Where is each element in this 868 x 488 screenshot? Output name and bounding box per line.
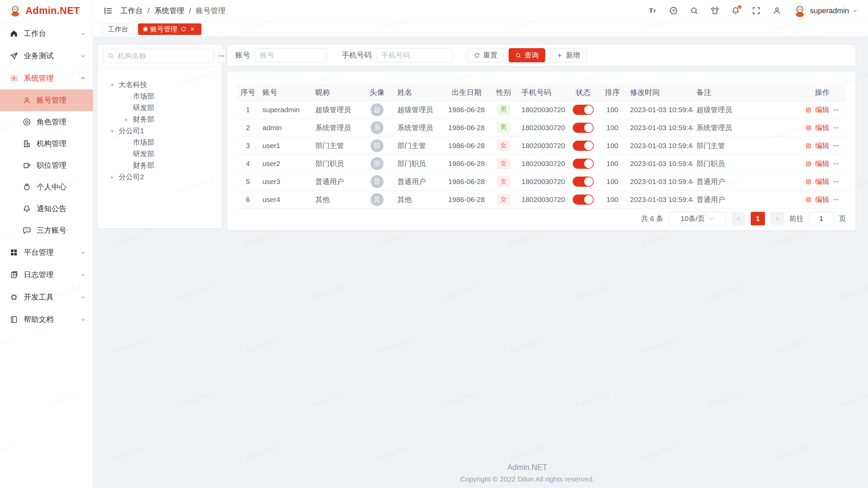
cell-status xyxy=(568,137,598,155)
more-actions-icon[interactable] xyxy=(832,142,839,149)
cell-name: 部门主管 xyxy=(394,137,444,155)
chevron-down-icon xyxy=(80,272,86,278)
sidebar-item-dev-tools[interactable]: 开发工具 xyxy=(0,286,93,308)
tab-label: 账号管理 xyxy=(150,25,177,34)
edit-button[interactable]: 编辑 xyxy=(815,195,829,204)
sidebar-item-personal-center[interactable]: 个人中心 xyxy=(0,176,93,198)
next-page-button[interactable]: › xyxy=(770,212,784,225)
cell-time: 2023-01-03 10:59:44 xyxy=(627,172,693,190)
refresh-icon[interactable] xyxy=(180,26,186,32)
org-search-input[interactable] xyxy=(118,52,210,60)
close-icon[interactable] xyxy=(190,26,196,32)
collapse-sidebar-icon[interactable] xyxy=(103,6,113,16)
edit-icon[interactable] xyxy=(805,124,812,131)
table-row[interactable]: 6 user4 其他 其 其他 1986-06-28 女 18020030720… xyxy=(237,190,846,208)
add-button[interactable]: 新增 xyxy=(550,48,587,62)
font-size-icon[interactable]: TT xyxy=(648,6,657,15)
edit-icon[interactable] xyxy=(805,196,812,203)
search-button[interactable]: 查询 xyxy=(509,48,545,62)
sidebar-item-position-management[interactable]: 职位管理 xyxy=(0,155,93,176)
tree-node[interactable]: 研发部 xyxy=(103,148,216,160)
sidebar-item-help-docs[interactable]: 帮助文档 xyxy=(0,308,93,331)
tab-account-management[interactable]: 账号管理 xyxy=(138,23,201,35)
user-name: superadmin xyxy=(810,6,849,15)
status-toggle[interactable] xyxy=(573,123,594,133)
fullscreen-icon[interactable] xyxy=(752,6,761,15)
logo-avatar-icon xyxy=(9,4,22,17)
more-actions-icon[interactable] xyxy=(832,196,839,203)
status-toggle[interactable] xyxy=(573,141,594,151)
edit-icon[interactable] xyxy=(805,106,812,113)
chevron-up-icon xyxy=(80,75,86,81)
cell-sort: 100 xyxy=(598,190,627,208)
language-icon[interactable]: 中 xyxy=(669,6,678,15)
cell-seq: 2 xyxy=(237,119,259,137)
tree-node[interactable]: ▸ 财务部 xyxy=(103,114,216,125)
profile-icon[interactable] xyxy=(772,6,782,15)
sidebar-item-platform-management[interactable]: 平台管理 xyxy=(0,241,93,264)
edit-icon[interactable] xyxy=(805,160,812,167)
cell-account: admin xyxy=(259,119,312,137)
status-toggle[interactable] xyxy=(573,195,594,205)
tree-caret-icon[interactable]: ▸ xyxy=(122,116,131,123)
sidebar-item-business-test[interactable]: 业务测试 xyxy=(0,45,93,67)
more-actions-icon[interactable] xyxy=(832,160,839,167)
edit-button[interactable]: 编辑 xyxy=(815,159,829,168)
tree-node[interactable]: 市场部 xyxy=(103,90,216,102)
status-toggle[interactable] xyxy=(573,159,594,169)
table-row[interactable]: 3 user1 部门主管 部 部门主管 1986-06-28 女 1802003… xyxy=(237,137,846,155)
table-row[interactable]: 1 superadmin 超级管理员 超 超级管理员 1986-06-28 男 … xyxy=(237,101,846,119)
edit-button[interactable]: 编辑 xyxy=(815,123,829,133)
theme-icon[interactable] xyxy=(710,6,719,15)
more-actions-icon[interactable] xyxy=(832,124,839,131)
tree-node[interactable]: 市场部 xyxy=(103,137,216,148)
sidebar-item-workbench[interactable]: 工作台 xyxy=(0,22,93,45)
current-page-button[interactable]: 1 xyxy=(751,212,765,225)
search-icon[interactable] xyxy=(690,6,699,15)
table-row[interactable]: 2 admin 系统管理员 系 系统管理员 1986-06-28 男 18020… xyxy=(237,119,846,137)
sidebar-item-account-management[interactable]: 账号管理 xyxy=(0,89,93,111)
tree-node[interactable]: ▸ 分公司2 xyxy=(103,171,216,183)
table-row[interactable]: 4 user2 部门职员 部 部门职员 1986-06-28 女 1802003… xyxy=(237,155,846,172)
user-menu[interactable]: superadmin xyxy=(793,4,858,18)
phone-filter-input[interactable] xyxy=(376,48,452,62)
sidebar-item-system-management[interactable]: 系统管理 xyxy=(0,67,93,89)
sidebar-item-organization-management[interactable]: 机构管理 xyxy=(0,133,93,155)
app-logo[interactable]: Admin.NET xyxy=(0,0,93,21)
prev-page-button[interactable]: ‹ xyxy=(732,212,745,225)
sidebar-item-label: 机构管理 xyxy=(37,139,66,149)
tree-caret-icon[interactable]: ▸ xyxy=(108,174,117,180)
sidebar-item-notice[interactable]: 通知公告 xyxy=(0,198,93,220)
status-toggle[interactable] xyxy=(573,105,594,115)
edit-button[interactable]: 编辑 xyxy=(815,141,829,150)
more-actions-icon[interactable] xyxy=(832,178,839,185)
page-size-select[interactable]: 10条/页 xyxy=(669,212,726,225)
sidebar-item-log-management[interactable]: 日志管理 xyxy=(0,264,93,286)
notification-icon[interactable] xyxy=(731,6,740,15)
breadcrumb: 工作台 / 系统管理 / 账号管理 xyxy=(120,6,225,16)
edit-icon[interactable] xyxy=(805,178,812,185)
tab-workbench[interactable]: 工作台 xyxy=(102,23,134,35)
more-actions-icon[interactable] xyxy=(832,106,839,113)
tree-caret-icon[interactable]: ▾ xyxy=(108,82,117,88)
tree-node[interactable]: ▾ 大名科技 xyxy=(103,79,216,90)
gear-icon xyxy=(9,74,18,83)
tree-caret-icon[interactable]: ▾ xyxy=(108,128,117,134)
tree-more-button[interactable] xyxy=(218,49,225,63)
tree-node[interactable]: 研发部 xyxy=(103,102,216,114)
goto-page-input[interactable] xyxy=(809,212,833,225)
tree-node[interactable]: ▾ 分公司1 xyxy=(103,125,216,137)
status-toggle[interactable] xyxy=(573,177,594,187)
table-row[interactable]: 5 user3 普通用户 普 普通用户 1986-06-28 女 1802003… xyxy=(237,172,846,190)
account-filter-input[interactable] xyxy=(255,48,327,62)
sidebar-item-third-party-account[interactable]: 三方账号 xyxy=(0,220,93,241)
edit-button[interactable]: 编辑 xyxy=(815,177,829,186)
breadcrumb-item[interactable]: 系统管理 xyxy=(154,6,184,16)
edit-icon[interactable] xyxy=(805,142,812,149)
tree-node[interactable]: 财务部 xyxy=(103,160,216,171)
breadcrumb-item[interactable]: 工作台 xyxy=(120,6,143,16)
edit-button[interactable]: 编辑 xyxy=(815,105,829,115)
reset-button[interactable]: 重置 xyxy=(467,48,504,62)
building-icon xyxy=(22,139,31,148)
sidebar-item-role-management[interactable]: 角色管理 xyxy=(0,111,93,133)
